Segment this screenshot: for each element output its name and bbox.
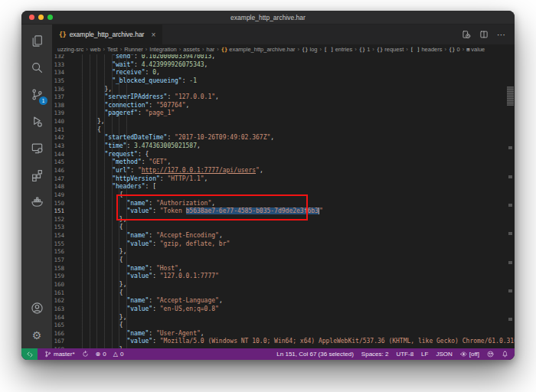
line-number: 166 [52,330,64,338]
status-label: LF [421,351,428,358]
line-content: { [64,126,101,135]
line-content: "value": "gzip, deflate, br" [64,240,230,249]
code-line: 164 }, [52,314,507,322]
breadcrumb-item[interactable]: {}0 [449,46,460,53]
remote-explorer-icon[interactable] [21,135,52,162]
breadcrumb-item[interactable]: {}request [377,46,404,53]
status-warnings[interactable]: △0 [113,351,124,358]
docker-icon[interactable] [21,188,52,215]
breadcrumb-item[interactable]: web [90,46,101,53]
open-changes-icon[interactable] [462,30,471,39]
tab-bar: {} example_http_archive.har × ⋯ [52,24,515,44]
line-number: 157 [52,256,64,265]
status-indentation[interactable]: Spaces: 2 [361,351,389,358]
line-content: "time": 3.474363005021587, [64,142,201,151]
line-number: 165 [52,322,64,330]
scrollbar-thumb[interactable] [507,87,514,106]
overview-ruler-mark [508,146,512,149]
breadcrumb-separator: › [298,46,300,53]
line-number: 144 [52,151,64,159]
line-number: 145 [52,158,64,167]
code-line: 166 "name": "User-Agent", [52,330,507,338]
breadcrumb-item[interactable]: Test [107,46,118,53]
status-branch[interactable]: master* [44,351,75,358]
breadcrumb-label: log [310,46,318,53]
sync-icon [82,351,89,358]
status-eol[interactable]: LF [421,351,428,358]
code-line: 162 "name": "Accept-Language", [52,297,507,305]
line-content: }, [64,346,126,348]
status-label: UTF-8 [396,351,413,358]
line-number: 133 [52,61,64,70]
breadcrumb-item[interactable]: har [206,46,214,53]
off-indicator-icon [460,351,467,358]
line-number: 161 [52,289,64,298]
line-number: 140 [52,118,64,126]
status-cursor-position[interactable]: Ln 151, Col 67 (36 selected) [276,351,354,358]
status-encoding[interactable]: UTF-8 [396,351,413,358]
manage-icon[interactable]: ⚙ [21,322,52,348]
remote-indicator-button[interactable] [21,348,38,360]
breadcrumb-item[interactable]: {}1 [359,46,371,53]
close-tab-icon[interactable]: × [151,31,155,39]
breadcrumb-label: uzzing-src [57,46,83,53]
status-notifications[interactable] [502,351,508,358]
line-number: 148 [52,183,64,191]
code-line: 147 "httpVersion": "HTTP/1.1", [52,175,507,184]
code-line: 148 "headers": [ [52,183,507,191]
breadcrumb-item[interactable]: [ ]entries [324,46,352,53]
breadcrumb-item[interactable]: Runner [124,46,143,53]
minimize-window-button[interactable] [38,15,44,20]
vscode-window: example_http_archive.har 1⚙ {} example_h… [21,11,515,360]
overview-ruler-mark [508,175,512,178]
status-sync[interactable] [82,351,89,358]
line-number: 150 [52,200,64,208]
status-language-mode[interactable]: JSON [436,351,452,358]
editor-actions: ⋯ [462,24,515,44]
zoom-window-button[interactable] [47,15,53,20]
breadcrumb-item[interactable]: {}example_http_archive.har [221,46,296,53]
line-content: "url": "http://127.0.0.1:7777/api/users"… [64,167,263,175]
tab-label: example_http_archive.har [70,31,145,38]
line-content: "name": "Accept-Language", [64,297,223,305]
window-title: example_http_archive.har [230,14,306,21]
json-file-icon: {} [59,31,67,38]
code-line: 155 "value": "gzip, deflate, br" [52,240,507,249]
explorer-icon[interactable] [21,28,52,54]
breadcrumb-label: Test [107,46,118,53]
code-line: 158 "name": "Host", [52,265,507,273]
editor-scrollbar[interactable] [506,54,515,348]
breadcrumb-label: assets [183,46,200,53]
code-line: 135 "_blocked_queueing": -1 [52,77,507,86]
breadcrumb-item[interactable]: assets [183,46,200,53]
more-actions-icon[interactable]: ⋯ [497,31,505,38]
status-off-indicator[interactable]: [off] [460,351,479,358]
status-feedback[interactable] [487,351,494,358]
split-editor-icon[interactable] [479,30,489,39]
run-and-debug-icon[interactable] [21,108,52,135]
line-content: "name": "Host", [64,265,182,273]
breadcrumb-item[interactable]: Integration [149,46,176,53]
status-label: master* [54,351,75,358]
extensions-icon[interactable] [21,162,52,188]
breadcrumb-item[interactable]: [ ]headers [410,46,443,53]
status-errors[interactable]: ⊗0 [96,351,106,358]
overview-ruler-mark [508,318,512,321]
tab-example-http-archive[interactable]: {} example_http_archive.har × [52,24,163,44]
status-label: JSON [436,351,452,358]
source-control-icon[interactable]: 1 [21,81,52,108]
breadcrumb-item[interactable]: ⊞value [466,46,485,53]
close-window-button[interactable] [29,15,34,20]
code-line: 153 { [52,224,507,232]
notifications-icon [502,351,508,358]
code-editor[interactable]: 132 "send": 0.10200000339470013,133 "wai… [52,54,515,348]
breadcrumb-separator: › [462,46,465,53]
accounts-icon[interactable] [21,295,52,322]
symbol-icon: {} [359,47,365,53]
code-line: 142 "startedDateTime": "2017-10-26T09:49… [52,134,507,142]
branch-icon [44,351,51,358]
breadcrumb-item[interactable]: uzzing-src [57,46,83,53]
search-icon[interactable] [21,54,52,81]
line-number: 163 [52,305,64,314]
breadcrumb-item[interactable]: {}log [302,46,317,53]
